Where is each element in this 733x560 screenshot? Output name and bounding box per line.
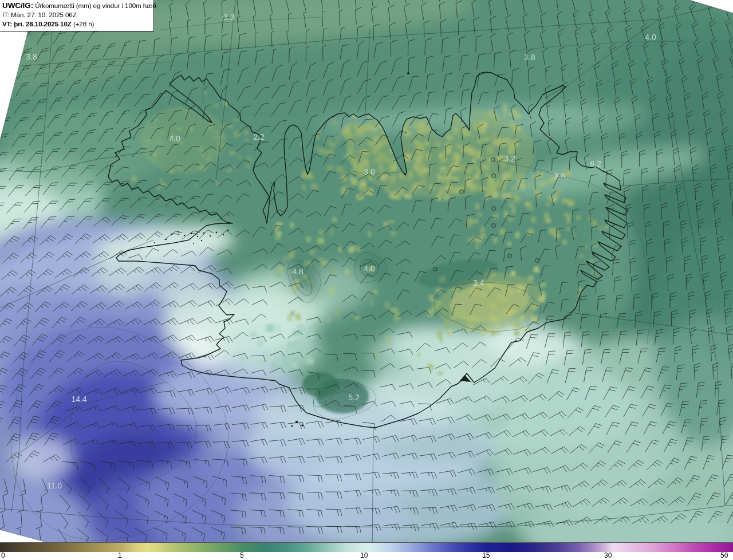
svg-text:4.0: 4.0 [645,33,656,42]
svg-text:4.0: 4.0 [364,264,375,273]
svg-text:3.8: 3.8 [26,52,37,61]
svg-text:4.0: 4.0 [169,134,180,143]
svg-text:6.2: 6.2 [590,159,601,168]
svg-text:14.4: 14.4 [71,395,86,404]
svg-text:3.4: 3.4 [473,278,484,287]
svg-text:2.8: 2.8 [554,172,565,181]
svg-text:2.2: 2.2 [253,132,265,141]
svg-text:4.8: 4.8 [292,267,304,276]
svg-text:3.0: 3.0 [364,167,375,176]
svg-text:11.0: 11.0 [47,481,62,490]
svg-text:5.2: 5.2 [348,393,360,402]
svg-text:3.2: 3.2 [504,154,515,163]
svg-text:3.8: 3.8 [524,53,535,62]
